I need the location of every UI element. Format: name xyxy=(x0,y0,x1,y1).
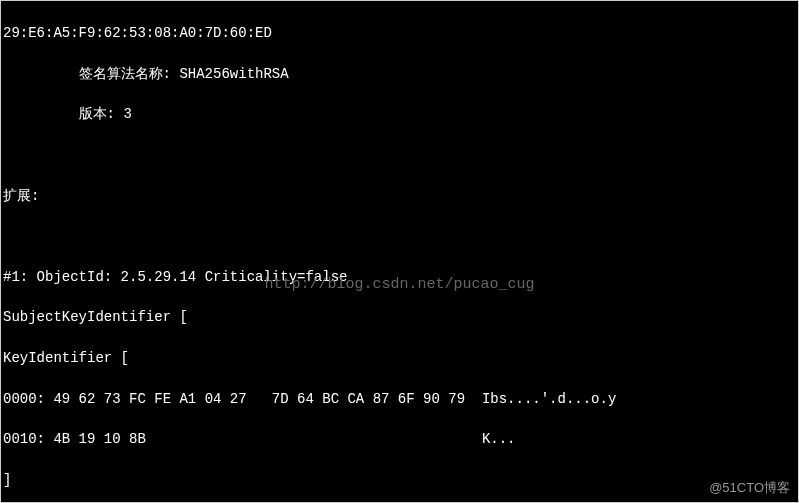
line-hex-0000: 0000: 49 62 73 FC FE A1 04 27 7D 64 BC C… xyxy=(3,391,616,407)
line-signature-algo: 签名算法名称: SHA256withRSA xyxy=(3,66,289,82)
line-hex-0010: 0010: 4B 19 10 8B K... xyxy=(3,431,515,447)
line-subject-key-id: SubjectKeyIdentifier [ xyxy=(3,309,188,325)
line-fingerprint: 29:E6:A5:F9:62:53:08:A0:7D:60:ED xyxy=(3,25,272,41)
line-bracket: ] xyxy=(3,472,11,488)
terminal-output: 29:E6:A5:F9:62:53:08:A0:7D:60:ED 签名算法名称:… xyxy=(1,1,798,503)
line-version: 版本: 3 xyxy=(3,106,132,122)
line-extensions: 扩展: xyxy=(3,188,39,204)
line-objectid: #1: ObjectId: 2.5.29.14 Criticality=fals… xyxy=(3,269,347,285)
line-key-id: KeyIdentifier [ xyxy=(3,350,129,366)
